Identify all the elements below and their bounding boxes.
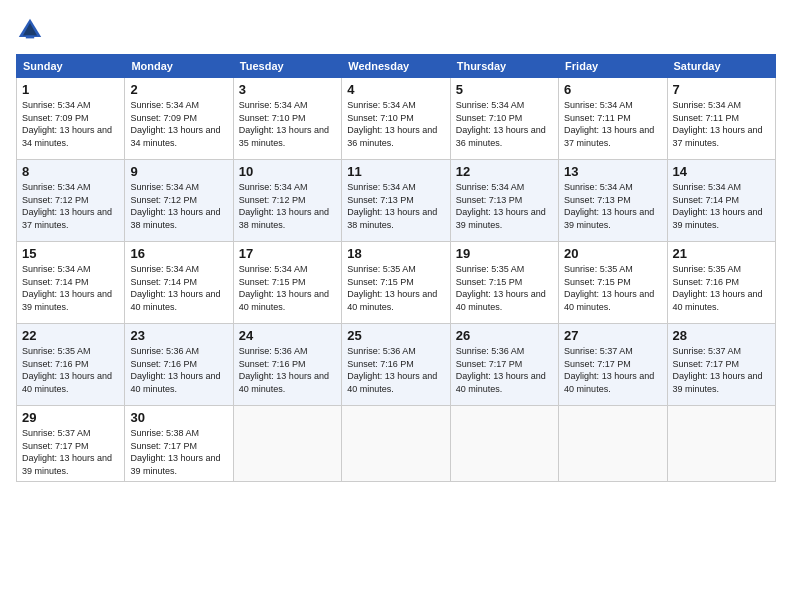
day-info: Sunrise: 5:34 AM Sunset: 7:13 PM Dayligh… <box>564 181 661 231</box>
day-number: 25 <box>347 328 444 343</box>
day-info: Sunrise: 5:38 AM Sunset: 7:17 PM Dayligh… <box>130 427 227 477</box>
day-number: 19 <box>456 246 553 261</box>
day-number: 7 <box>673 82 770 97</box>
header-thursday: Thursday <box>450 55 558 78</box>
day-info: Sunrise: 5:34 AM Sunset: 7:09 PM Dayligh… <box>130 99 227 149</box>
day-info: Sunrise: 5:35 AM Sunset: 7:15 PM Dayligh… <box>456 263 553 313</box>
table-cell: 9 Sunrise: 5:34 AM Sunset: 7:12 PM Dayli… <box>125 160 233 242</box>
logo <box>16 16 48 44</box>
day-number: 4 <box>347 82 444 97</box>
day-number: 27 <box>564 328 661 343</box>
day-number: 10 <box>239 164 336 179</box>
day-number: 1 <box>22 82 119 97</box>
day-info: Sunrise: 5:36 AM Sunset: 7:16 PM Dayligh… <box>347 345 444 395</box>
header <box>16 16 776 44</box>
day-number: 14 <box>673 164 770 179</box>
table-cell: 30 Sunrise: 5:38 AM Sunset: 7:17 PM Dayl… <box>125 406 233 482</box>
day-info: Sunrise: 5:34 AM Sunset: 7:11 PM Dayligh… <box>673 99 770 149</box>
table-cell: 14 Sunrise: 5:34 AM Sunset: 7:14 PM Dayl… <box>667 160 775 242</box>
table-cell: 17 Sunrise: 5:34 AM Sunset: 7:15 PM Dayl… <box>233 242 341 324</box>
table-cell: 4 Sunrise: 5:34 AM Sunset: 7:10 PM Dayli… <box>342 78 450 160</box>
weekday-header-row: Sunday Monday Tuesday Wednesday Thursday… <box>17 55 776 78</box>
day-info: Sunrise: 5:37 AM Sunset: 7:17 PM Dayligh… <box>22 427 119 477</box>
day-number: 2 <box>130 82 227 97</box>
day-number: 8 <box>22 164 119 179</box>
day-info: Sunrise: 5:34 AM Sunset: 7:12 PM Dayligh… <box>22 181 119 231</box>
day-number: 9 <box>130 164 227 179</box>
day-info: Sunrise: 5:34 AM Sunset: 7:10 PM Dayligh… <box>347 99 444 149</box>
day-number: 22 <box>22 328 119 343</box>
day-number: 3 <box>239 82 336 97</box>
day-number: 17 <box>239 246 336 261</box>
day-info: Sunrise: 5:34 AM Sunset: 7:15 PM Dayligh… <box>239 263 336 313</box>
table-cell: 8 Sunrise: 5:34 AM Sunset: 7:12 PM Dayli… <box>17 160 125 242</box>
table-cell <box>342 406 450 482</box>
page: Sunday Monday Tuesday Wednesday Thursday… <box>0 0 792 612</box>
table-cell <box>667 406 775 482</box>
table-cell: 15 Sunrise: 5:34 AM Sunset: 7:14 PM Dayl… <box>17 242 125 324</box>
table-cell: 3 Sunrise: 5:34 AM Sunset: 7:10 PM Dayli… <box>233 78 341 160</box>
table-cell: 21 Sunrise: 5:35 AM Sunset: 7:16 PM Dayl… <box>667 242 775 324</box>
day-info: Sunrise: 5:34 AM Sunset: 7:12 PM Dayligh… <box>239 181 336 231</box>
day-info: Sunrise: 5:34 AM Sunset: 7:13 PM Dayligh… <box>347 181 444 231</box>
table-cell: 16 Sunrise: 5:34 AM Sunset: 7:14 PM Dayl… <box>125 242 233 324</box>
day-info: Sunrise: 5:34 AM Sunset: 7:14 PM Dayligh… <box>130 263 227 313</box>
table-cell: 6 Sunrise: 5:34 AM Sunset: 7:11 PM Dayli… <box>559 78 667 160</box>
svg-rect-2 <box>26 36 34 39</box>
day-number: 29 <box>22 410 119 425</box>
table-cell <box>559 406 667 482</box>
day-info: Sunrise: 5:34 AM Sunset: 7:09 PM Dayligh… <box>22 99 119 149</box>
day-info: Sunrise: 5:34 AM Sunset: 7:10 PM Dayligh… <box>239 99 336 149</box>
day-number: 30 <box>130 410 227 425</box>
table-cell: 5 Sunrise: 5:34 AM Sunset: 7:10 PM Dayli… <box>450 78 558 160</box>
day-info: Sunrise: 5:34 AM Sunset: 7:12 PM Dayligh… <box>130 181 227 231</box>
day-number: 21 <box>673 246 770 261</box>
header-sunday: Sunday <box>17 55 125 78</box>
table-cell: 1 Sunrise: 5:34 AM Sunset: 7:09 PM Dayli… <box>17 78 125 160</box>
table-cell: 26 Sunrise: 5:36 AM Sunset: 7:17 PM Dayl… <box>450 324 558 406</box>
table-cell: 2 Sunrise: 5:34 AM Sunset: 7:09 PM Dayli… <box>125 78 233 160</box>
day-info: Sunrise: 5:36 AM Sunset: 7:16 PM Dayligh… <box>130 345 227 395</box>
day-number: 20 <box>564 246 661 261</box>
table-cell: 22 Sunrise: 5:35 AM Sunset: 7:16 PM Dayl… <box>17 324 125 406</box>
day-number: 15 <box>22 246 119 261</box>
table-cell: 29 Sunrise: 5:37 AM Sunset: 7:17 PM Dayl… <box>17 406 125 482</box>
day-info: Sunrise: 5:34 AM Sunset: 7:11 PM Dayligh… <box>564 99 661 149</box>
table-cell: 27 Sunrise: 5:37 AM Sunset: 7:17 PM Dayl… <box>559 324 667 406</box>
day-number: 24 <box>239 328 336 343</box>
day-number: 6 <box>564 82 661 97</box>
table-cell: 10 Sunrise: 5:34 AM Sunset: 7:12 PM Dayl… <box>233 160 341 242</box>
table-cell: 13 Sunrise: 5:34 AM Sunset: 7:13 PM Dayl… <box>559 160 667 242</box>
header-monday: Monday <box>125 55 233 78</box>
header-wednesday: Wednesday <box>342 55 450 78</box>
day-info: Sunrise: 5:37 AM Sunset: 7:17 PM Dayligh… <box>564 345 661 395</box>
day-info: Sunrise: 5:35 AM Sunset: 7:16 PM Dayligh… <box>22 345 119 395</box>
day-info: Sunrise: 5:34 AM Sunset: 7:14 PM Dayligh… <box>22 263 119 313</box>
calendar: Sunday Monday Tuesday Wednesday Thursday… <box>16 54 776 482</box>
table-cell: 7 Sunrise: 5:34 AM Sunset: 7:11 PM Dayli… <box>667 78 775 160</box>
logo-icon <box>16 16 44 44</box>
table-cell: 20 Sunrise: 5:35 AM Sunset: 7:15 PM Dayl… <box>559 242 667 324</box>
table-cell <box>233 406 341 482</box>
day-info: Sunrise: 5:35 AM Sunset: 7:16 PM Dayligh… <box>673 263 770 313</box>
table-cell: 28 Sunrise: 5:37 AM Sunset: 7:17 PM Dayl… <box>667 324 775 406</box>
table-cell: 24 Sunrise: 5:36 AM Sunset: 7:16 PM Dayl… <box>233 324 341 406</box>
day-info: Sunrise: 5:37 AM Sunset: 7:17 PM Dayligh… <box>673 345 770 395</box>
day-info: Sunrise: 5:34 AM Sunset: 7:10 PM Dayligh… <box>456 99 553 149</box>
day-info: Sunrise: 5:36 AM Sunset: 7:17 PM Dayligh… <box>456 345 553 395</box>
day-info: Sunrise: 5:35 AM Sunset: 7:15 PM Dayligh… <box>564 263 661 313</box>
table-cell: 12 Sunrise: 5:34 AM Sunset: 7:13 PM Dayl… <box>450 160 558 242</box>
day-info: Sunrise: 5:36 AM Sunset: 7:16 PM Dayligh… <box>239 345 336 395</box>
day-info: Sunrise: 5:34 AM Sunset: 7:14 PM Dayligh… <box>673 181 770 231</box>
day-number: 13 <box>564 164 661 179</box>
day-number: 16 <box>130 246 227 261</box>
day-info: Sunrise: 5:35 AM Sunset: 7:15 PM Dayligh… <box>347 263 444 313</box>
day-number: 11 <box>347 164 444 179</box>
table-cell <box>450 406 558 482</box>
day-number: 12 <box>456 164 553 179</box>
day-number: 18 <box>347 246 444 261</box>
table-cell: 19 Sunrise: 5:35 AM Sunset: 7:15 PM Dayl… <box>450 242 558 324</box>
table-cell: 11 Sunrise: 5:34 AM Sunset: 7:13 PM Dayl… <box>342 160 450 242</box>
header-tuesday: Tuesday <box>233 55 341 78</box>
day-number: 5 <box>456 82 553 97</box>
